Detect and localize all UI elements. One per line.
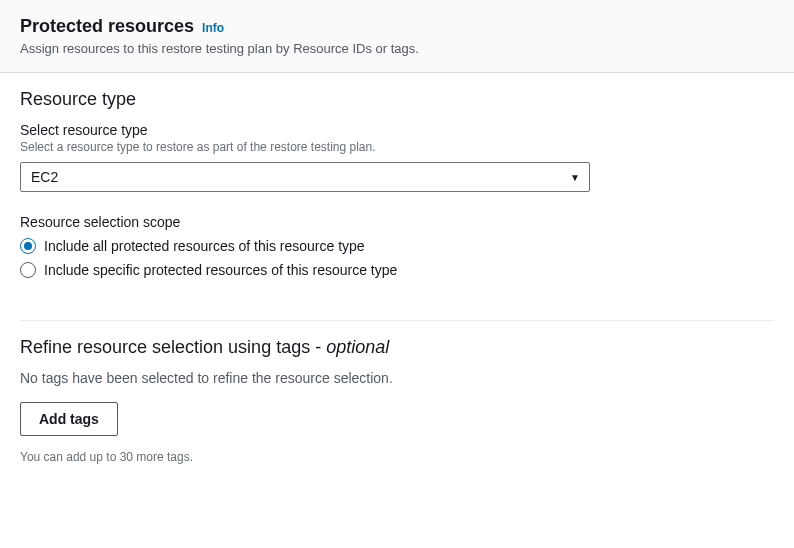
refine-tags-heading: Refine resource selection using tags - o…: [20, 337, 774, 358]
select-resource-type-hint: Select a resource type to restore as par…: [20, 140, 774, 154]
optional-label: optional: [326, 337, 389, 357]
scope-option-specific[interactable]: Include specific protected resources of …: [20, 262, 774, 278]
panel-description: Assign resources to this restore testing…: [20, 41, 774, 56]
resource-type-selected-value: EC2: [31, 169, 58, 185]
tags-footnote: You can add up to 30 more tags.: [20, 450, 774, 464]
scope-option-specific-label: Include specific protected resources of …: [44, 262, 397, 278]
refine-tags-heading-text: Refine resource selection using tags -: [20, 337, 326, 357]
scope-label: Resource selection scope: [20, 214, 774, 230]
chevron-down-icon: ▼: [570, 172, 580, 183]
scope-option-all[interactable]: Include all protected resources of this …: [20, 238, 774, 254]
info-link[interactable]: Info: [202, 21, 224, 35]
scope-option-all-label: Include all protected resources of this …: [44, 238, 365, 254]
add-tags-button[interactable]: Add tags: [20, 402, 118, 436]
panel-title: Protected resources: [20, 16, 194, 37]
radio-unselected-icon: [20, 262, 36, 278]
radio-selected-icon: [20, 238, 36, 254]
tags-description: No tags have been selected to refine the…: [20, 370, 774, 386]
select-resource-type-label: Select resource type: [20, 122, 774, 138]
resource-type-select[interactable]: EC2 ▼: [20, 162, 590, 192]
resource-type-heading: Resource type: [20, 89, 774, 110]
